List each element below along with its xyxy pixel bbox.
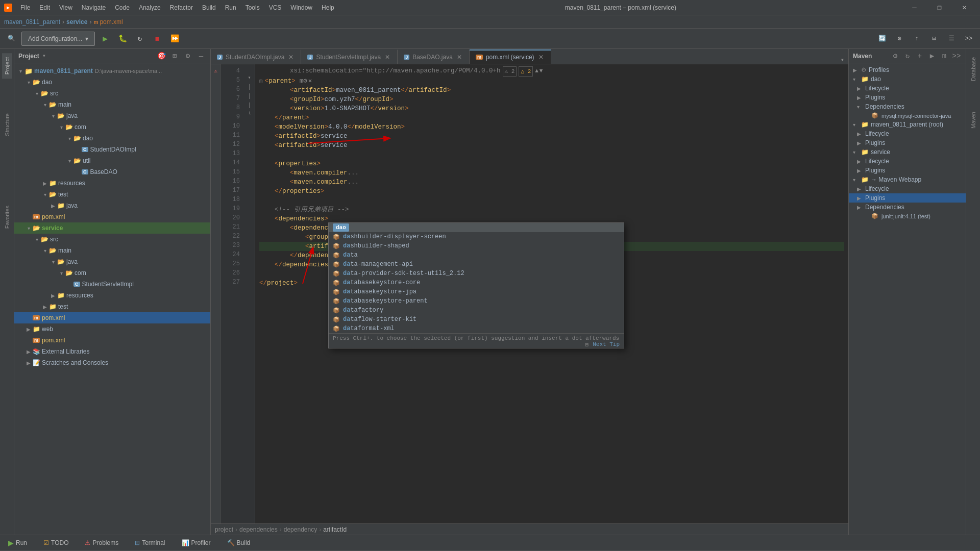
minimize-button[interactable]: —: [903, 0, 926, 15]
tree-item-extlibs[interactable]: ▶ 📚 External Libraries: [14, 346, 210, 357]
tree-arrow-web[interactable]: ▶: [24, 327, 33, 332]
tree-arrow[interactable]: ▾: [16, 68, 24, 74]
hint-close[interactable]: ✕: [308, 77, 312, 86]
menu-navigate[interactable]: Navigate: [78, 3, 110, 12]
expand-all-button[interactable]: ⊞: [169, 51, 180, 61]
tree-item-scratches[interactable]: ▶ 📝 Scratches and Consoles: [14, 357, 210, 368]
tree-item-web-pom[interactable]: m pom.xml: [14, 335, 210, 346]
tree-item-dao-pkg[interactable]: ▾ 📂 dao: [14, 133, 210, 144]
menu-help[interactable]: Help: [317, 3, 338, 12]
tree-item-service-pom[interactable]: m pom.xml: [14, 312, 210, 323]
menu-edit[interactable]: Edit: [35, 3, 54, 12]
project-side-tab[interactable]: Project: [2, 53, 12, 79]
maven-add-button[interactable]: +: [915, 51, 925, 61]
tree-item-basedao[interactable]: C BaseDAO: [14, 166, 210, 178]
tree-item-web[interactable]: ▶ 📁 web: [14, 323, 210, 335]
tree-item-dao-main[interactable]: ▾ 📂 main: [14, 99, 210, 110]
maven-hint[interactable]: m⚙: [300, 77, 307, 86]
step-over-button[interactable]: ⏩: [167, 32, 182, 46]
maven-expand-webapp[interactable]: ▾: [853, 177, 859, 183]
toolbar-search[interactable]: 🔍: [4, 32, 18, 46]
settings-panel-button[interactable]: ⚙: [183, 51, 193, 61]
maven-dao-deps[interactable]: ▾ Dependencies: [849, 102, 966, 111]
tree-arrow-service-main[interactable]: ▾: [41, 248, 49, 254]
layout-button[interactable]: ☰: [944, 32, 959, 46]
run-config-button[interactable]: ↻: [133, 32, 147, 46]
tree-arrow-util[interactable]: ▾: [65, 158, 74, 164]
maven-mysql-dep[interactable]: 📦 mysql:mysql-connector-java: [849, 111, 966, 120]
menu-window[interactable]: Window: [286, 3, 316, 12]
autocomplete-item-3[interactable]: 📦 data: [329, 251, 624, 260]
run-button[interactable]: ▶: [98, 32, 112, 46]
tab-close-studentdaoimpl[interactable]: ✕: [287, 54, 295, 61]
add-config-button[interactable]: Add Configuration... ▾: [21, 32, 95, 46]
todo-button[interactable]: ☑ TODO: [39, 538, 72, 547]
tree-arrow-resources[interactable]: ▶: [41, 181, 49, 186]
maven-expand-webapp-plugins[interactable]: ▶: [857, 195, 863, 201]
menu-code[interactable]: Code: [111, 3, 134, 12]
menu-run[interactable]: Run: [221, 3, 240, 12]
tab-studentservletimpl[interactable]: J StudentServletImpl.java ✕: [301, 49, 398, 64]
tree-item-service-com[interactable]: ▾ 📂 com: [14, 267, 210, 279]
tree-arrow-test[interactable]: ▾: [41, 192, 49, 197]
menu-build[interactable]: Build: [198, 3, 220, 12]
database-side-tab[interactable]: Database: [968, 53, 978, 85]
debug-button[interactable]: 🐛: [115, 32, 130, 46]
fold-btn-5[interactable]: ▾: [244, 73, 255, 83]
autocomplete-item-5[interactable]: 📦 data-provider-sdk-test-utils_2.12: [329, 269, 624, 278]
tree-arrow-service-res[interactable]: ▶: [49, 293, 57, 298]
maven-expand-dao-plugins[interactable]: ▶: [857, 95, 863, 101]
tree-item-service-src[interactable]: ▾ 📂 src: [14, 234, 210, 245]
maven-run-button[interactable]: ▶: [927, 51, 937, 61]
terminal-button[interactable]: ⊟ Terminal: [131, 538, 169, 547]
tree-arrow-service-src[interactable]: ▾: [33, 237, 41, 242]
maven-root[interactable]: ▾ 📁 maven_0811_parent (root): [849, 120, 966, 129]
line4-nav-down[interactable]: ▼: [540, 66, 543, 76]
fold-btn-4[interactable]: [244, 64, 255, 73]
maven-m-button[interactable]: m: [939, 51, 949, 61]
tab-close-studentservletimpl[interactable]: ✕: [384, 54, 391, 61]
tree-item-util[interactable]: ▾ 📂 util: [14, 155, 210, 166]
tree-item-dao-src[interactable]: ▾ 📂 src: [14, 88, 210, 99]
maven-webapp-deps[interactable]: ▶ Dependencies: [849, 203, 966, 212]
maven-expand-dao-deps[interactable]: ▾: [857, 104, 863, 110]
git-button[interactable]: ↑: [910, 32, 924, 46]
tree-arrow-dao-src[interactable]: ▾: [33, 91, 41, 96]
autocomplete-item-11[interactable]: 📦 dataformat-xml: [329, 324, 624, 333]
maven-root-plugins[interactable]: ▶ Plugins: [849, 138, 966, 147]
fold-5[interactable]: m: [259, 77, 263, 86]
favorites-side-tab[interactable]: Favorites: [2, 202, 12, 233]
maven-service-lifecycle[interactable]: ▶ Lifecycle: [849, 157, 966, 166]
run-button[interactable]: ▶ Run: [4, 538, 31, 548]
tree-item-service-main[interactable]: ▾ 📂 main: [14, 245, 210, 256]
tree-item-com[interactable]: ▾ 📂 com: [14, 121, 210, 133]
autocomplete-item-1[interactable]: 📦 dashbuilder-displayer-screen: [329, 232, 624, 241]
maven-webapp[interactable]: ▾ 📁 → Maven Webapp: [849, 175, 966, 184]
tree-arrow-service-com[interactable]: ▾: [57, 270, 65, 276]
tree-arrow-extlibs[interactable]: ▶: [24, 349, 33, 355]
maven-expand-profiles[interactable]: ▶: [853, 67, 859, 73]
autocomplete-item-10[interactable]: 📦 dataflow-starter-kit: [329, 315, 624, 324]
maximize-button[interactable]: ❐: [928, 0, 951, 15]
maven-profiles[interactable]: ▶ ⚙ Profiles: [849, 65, 966, 74]
maven-root-lifecycle[interactable]: ▶ Lifecycle: [849, 129, 966, 138]
maven-expand-root[interactable]: ▾: [853, 122, 859, 128]
autocomplete-item-9[interactable]: 📦 datafactory: [329, 306, 624, 315]
problems-button[interactable]: ⚠ Problems: [81, 538, 122, 547]
maven-junit-dep[interactable]: 📦 junit:junit:4.11 (test): [849, 212, 966, 220]
more-button[interactable]: >>: [962, 32, 976, 46]
tree-item-studentservletimpl[interactable]: C StudentServletImpl: [14, 279, 210, 290]
maven-dao-lifecycle[interactable]: ▶ Lifecycle: [849, 84, 966, 93]
tab-close-basedao[interactable]: ✕: [456, 54, 463, 61]
close-panel-button[interactable]: —: [196, 51, 206, 61]
tree-item-test-java[interactable]: ▶ 📁 java: [14, 200, 210, 211]
maven-refresh-button[interactable]: ↻: [902, 51, 913, 61]
menu-refactor[interactable]: Refactor: [166, 3, 197, 12]
menu-file[interactable]: File: [16, 3, 34, 12]
autocomplete-item-8[interactable]: 📦 databasekeystore-parent: [329, 296, 624, 306]
tree-item-service-resources[interactable]: ▶ 📁 resources: [14, 290, 210, 301]
tree-item-service-test[interactable]: ▶ 📁 test: [14, 301, 210, 312]
close-button[interactable]: ✕: [953, 0, 976, 15]
tab-close-pom[interactable]: ✕: [537, 54, 545, 61]
maven-webapp-plugins[interactable]: ▶ Plugins: [849, 193, 966, 203]
